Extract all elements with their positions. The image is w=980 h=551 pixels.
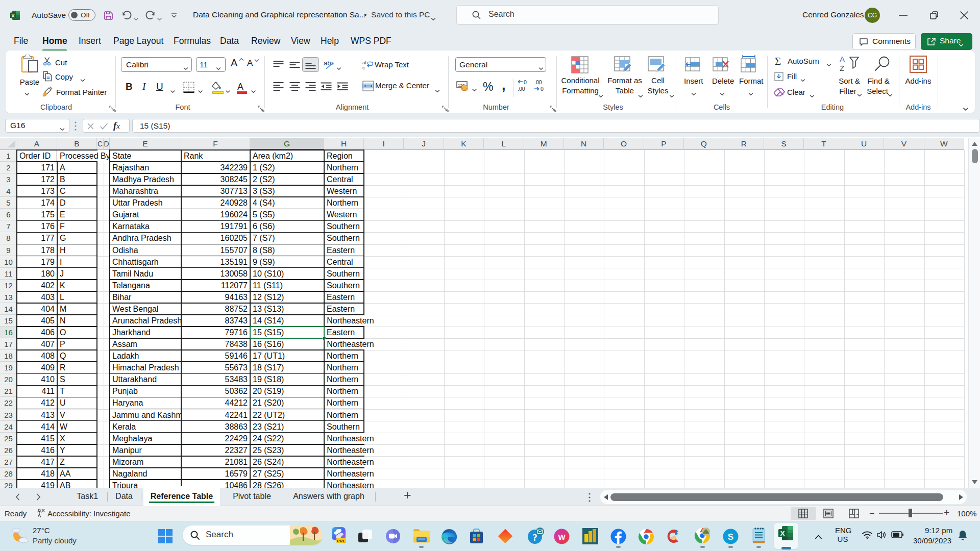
svg-text:c: c (362, 65, 365, 70)
svg-text:0: 0 (541, 86, 544, 92)
svg-text:X: X (11, 13, 15, 18)
svg-text:0: 0 (524, 79, 527, 85)
svg-text:PRE: PRE (337, 539, 346, 543)
svg-text:.00: .00 (534, 79, 542, 85)
svg-text:W: W (558, 533, 566, 541)
svg-text:S: S (728, 532, 733, 542)
svg-text:A: A (840, 55, 845, 63)
svg-text:Z: Z (840, 64, 844, 72)
svg-text:X: X (780, 530, 785, 537)
svg-text:.00: .00 (518, 86, 525, 92)
